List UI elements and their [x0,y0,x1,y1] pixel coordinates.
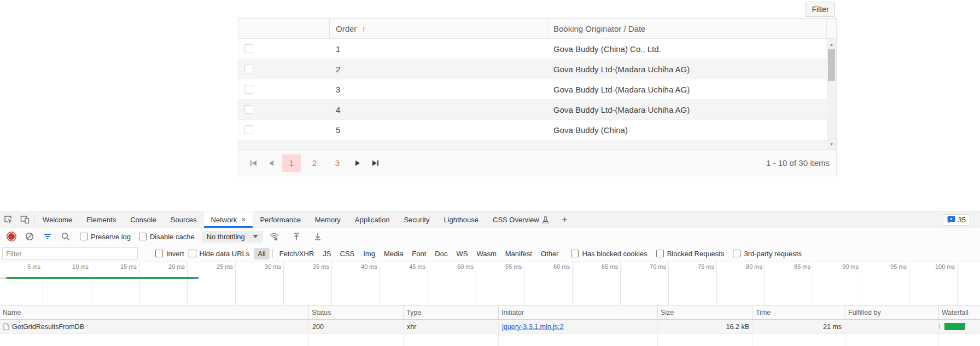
scrollbar-down-arrow-icon[interactable]: ▼ [827,140,836,148]
export-har-button[interactable] [311,230,325,243]
tab-performance[interactable]: Performance [253,211,307,228]
timeline-gridline [716,262,717,305]
checkbox-label: 3rd-party requests [744,250,802,258]
disable-cache-checkbox-box [139,233,147,240]
request-type-filter-doc[interactable]: Doc [431,248,451,260]
timeline-gridline [524,262,524,305]
network-column-header-status[interactable]: Status [309,305,404,319]
filter-toggle-button[interactable] [40,230,55,243]
request-type-filter-fetch-xhr[interactable]: Fetch/XHR [276,248,318,260]
timeline-start-dash [3,278,4,279]
preserve-log-checkbox[interactable]: Preserve log [80,233,131,241]
booking-value: Gova Buddy Ltd-(Madara Uchiha AG) [553,105,690,114]
network-column-header-waterfall[interactable]: Waterfall [939,305,980,319]
hide-data-urls-checkbox[interactable]: Hide data URLs [189,250,250,258]
tab-sources[interactable]: Sources [164,211,204,228]
preserve-log-label: Preserve log [91,233,131,241]
first-page-icon [250,160,258,166]
toggle-device-toolbar-button[interactable] [16,211,33,228]
network-column-header-type[interactable]: Type [404,305,499,319]
close-tab-icon[interactable]: × [241,215,246,224]
table-row[interactable]: 1Gova Buddy (China) Co., Ltd. [238,39,836,59]
filter-button[interactable]: Filter [806,2,835,17]
network-column-header-size[interactable]: Size [658,305,753,319]
tab-application[interactable]: Application [348,211,397,228]
table-row-partial[interactable] [238,140,836,149]
pager-page-3[interactable]: 3 [328,154,347,172]
tab-console[interactable]: Console [123,211,164,228]
scrollbar-up-arrow-icon[interactable]: ▲ [827,40,836,49]
pager-last-button[interactable] [366,155,384,171]
request-type-filter-js[interactable]: JS [319,248,335,260]
more-tabs-button[interactable]: + [556,211,574,228]
empty-column [753,334,845,346]
request-type-filter-media[interactable]: Media [380,248,407,260]
grid-header-booking[interactable]: Booking Originator / Date [547,19,827,38]
issues-counter-button[interactable]: 35 [943,214,970,226]
disable-cache-checkbox[interactable]: Disable cache [139,233,195,241]
request-type-filter-all[interactable]: All [254,248,269,260]
network-filter-input[interactable] [2,247,138,260]
tab-lighthouse[interactable]: Lighthouse [436,211,486,228]
row-checkbox[interactable] [244,44,253,53]
pager-first-button[interactable] [245,155,262,171]
blocked-requests-checkbox[interactable]: Blocked Requests [656,250,725,258]
network-column-header-fulfilled-by[interactable]: Fulfilled by [845,305,939,319]
tab-elements[interactable]: Elements [79,211,123,228]
import-har-button[interactable] [289,230,304,243]
inspect-cursor-icon [4,215,13,224]
tab-security[interactable]: Security [396,211,436,228]
table-row[interactable]: 4Gova Buddy Ltd-(Madara Uchiha AG) [238,100,836,120]
request-type-filter-other[interactable]: Other [537,248,563,260]
booking-cell: Gova Buddy Ltd-(Madara Uchiha AG) [547,59,827,79]
tab-welcome[interactable]: Welcome [36,211,79,228]
pager-page-2[interactable]: 2 [305,154,324,172]
timeline-tick-label: 40 ms [361,263,380,270]
clear-network-log-button[interactable] [22,230,37,243]
3rd-party-requests-checkbox[interactable]: 3rd-party requests [733,250,802,258]
tab-network[interactable]: Network× [204,211,253,228]
tab-memory[interactable]: Memory [308,211,348,228]
network-overview-timeline[interactable]: 5 ms10 ms15 ms20 ms25 ms30 ms35 ms40 ms4… [0,262,980,305]
request-type-filter-ws[interactable]: WS [452,248,471,260]
network-request-row[interactable]: GetGridResultsFromDB200xhrjquery-3.3.1.m… [0,320,980,334]
checkbox-label: Blocked Requests [667,250,725,258]
initiator-link[interactable]: jquery-3.3.1.min.js:2 [502,323,564,331]
table-row[interactable]: 2Gova Buddy Ltd-(Madara Uchiha AG) [238,59,836,79]
pager-page-1[interactable]: 1 [282,154,301,172]
network-conditions-button[interactable] [267,230,281,243]
table-row[interactable]: 5Gova Buddy (China) [238,120,836,140]
search-button[interactable] [59,230,73,243]
clear-icon [25,232,34,241]
pager-prev-button[interactable] [262,155,280,171]
request-type-filter-wasm[interactable]: Wasm [472,248,500,260]
row-checkbox[interactable] [244,85,253,94]
row-checkbox[interactable] [244,65,253,73]
pager-next-button[interactable] [349,155,366,171]
request-type-filter-font[interactable]: Font [408,248,430,260]
scrollbar-thumb[interactable] [828,49,835,81]
row-checkbox[interactable] [244,125,253,134]
network-column-header-initiator[interactable]: Initiator [499,305,658,319]
inspect-element-button[interactable] [0,211,16,228]
request-type-filter-img[interactable]: Img [359,248,379,260]
record-network-log-button[interactable] [4,230,19,243]
tab-css-overview[interactable]: CSS Overview [486,211,556,228]
pager-info: 1 - 10 of 30 items [766,158,830,168]
filter-funnel-icon [43,233,52,240]
network-column-header-time[interactable]: Time [753,305,845,319]
search-icon [61,232,70,241]
timeline-gridline [43,262,43,305]
grid-vertical-scrollbar[interactable]: ▲ ▼ [827,39,836,149]
grid-pager: 123 1 - 10 of 30 items [238,149,836,176]
has-blocked-cookies-checkbox[interactable]: Has blocked cookies [571,250,647,258]
request-type-filter-css[interactable]: CSS [336,248,359,260]
request-type-filter-manifest[interactable]: Manifest [501,248,536,260]
row-checkbox[interactable] [244,105,253,114]
invert-checkbox[interactable]: Invert [155,250,184,258]
empty-column [499,334,658,346]
network-column-header-name[interactable]: Name [0,305,309,319]
table-row[interactable]: 3Gova Buddy Ltd-(Madara Uchiha AG) [238,79,836,100]
grid-header-order[interactable]: Order ↑ [330,19,547,38]
throttling-select[interactable]: No throttling [202,231,263,243]
